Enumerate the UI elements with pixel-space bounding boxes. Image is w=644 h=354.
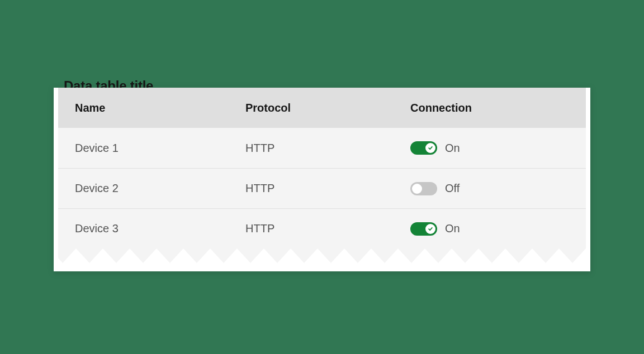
- column-header-name: Name: [75, 102, 245, 114]
- toggle-knob: [425, 143, 435, 153]
- connection-status-label: On: [445, 142, 460, 155]
- toggle-knob: [412, 184, 422, 194]
- data-table-card: Name Protocol Connection Device 1HTTPOnD…: [54, 88, 590, 271]
- cell-connection: On: [410, 222, 569, 236]
- column-header-connection: Connection: [410, 102, 569, 114]
- torn-edge-decoration: [54, 248, 590, 271]
- svg-marker-0: [58, 248, 586, 263]
- connection-toggle[interactable]: [410, 222, 437, 236]
- table-body: Device 1HTTPOnDevice 2HTTPOffDevice 3HTT…: [58, 128, 586, 248]
- cell-name: Device 2: [75, 182, 245, 195]
- cell-protocol: HTTP: [245, 182, 410, 195]
- cell-name: Device 3: [75, 222, 245, 235]
- cell-name: Device 1: [75, 142, 245, 155]
- cell-protocol: HTTP: [245, 142, 410, 155]
- table-row: Device 2HTTPOff: [58, 168, 586, 208]
- connection-status-label: On: [445, 222, 460, 235]
- table-row: Device 3HTTPOn: [58, 208, 586, 248]
- cell-protocol: HTTP: [245, 222, 410, 235]
- cell-connection: On: [410, 141, 569, 155]
- column-header-protocol: Protocol: [245, 102, 410, 114]
- table-row: Device 1HTTPOn: [58, 128, 586, 168]
- table-header-row: Name Protocol Connection: [58, 88, 586, 128]
- connection-toggle[interactable]: [410, 182, 437, 195]
- toggle-knob: [425, 224, 435, 234]
- connection-toggle[interactable]: [410, 141, 437, 155]
- connection-status-label: Off: [445, 182, 460, 195]
- cell-connection: Off: [410, 182, 569, 195]
- checkmark-icon: [428, 226, 433, 232]
- checkmark-icon: [428, 145, 433, 151]
